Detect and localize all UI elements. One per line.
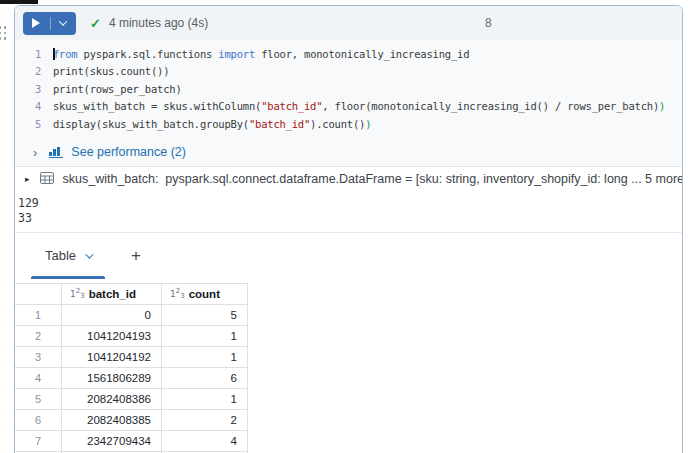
cell-count[interactable]: 6 xyxy=(162,368,248,389)
code-token: floor, monotonically_increasing_id xyxy=(255,48,469,60)
code-editor[interactable]: 1from pyspark.sql.functions import floor… xyxy=(15,40,682,139)
cell-batch-id[interactable]: 1561806289 xyxy=(62,368,162,389)
success-check-icon: ✓ xyxy=(90,16,101,31)
dataframe-variable-name: skus_with_batch: xyxy=(63,172,159,186)
line-number: 4 xyxy=(15,100,53,112)
code-token: print(rows_per_batch) xyxy=(53,83,182,95)
dataframe-expander-icon[interactable]: ▸ xyxy=(25,174,30,184)
play-icon xyxy=(32,18,40,28)
code-line-text: skus_with_batch = skus.withColumn("batch… xyxy=(53,100,682,112)
line-number: 5 xyxy=(15,118,53,130)
tab-chevron-down-icon[interactable] xyxy=(85,250,93,258)
code-token: skus_with_batch = skus.withColumn( xyxy=(53,100,261,112)
code-line-text: print(rows_per_batch) xyxy=(53,83,682,95)
code-token: print(skus.count()) xyxy=(53,65,169,77)
row-number: 2 xyxy=(15,326,62,347)
cell-count[interactable]: 4 xyxy=(162,431,248,452)
code-line[interactable]: 5display(skus_with_batch.groupBy("batch_… xyxy=(15,115,682,133)
results-panel: Table + 123batch_id123count1052104120419… xyxy=(15,232,682,453)
code-token: import xyxy=(218,48,255,60)
cell-count[interactable]: 2 xyxy=(162,410,248,431)
column-header-batch_id[interactable]: 123batch_id xyxy=(62,284,162,305)
code-token: , floor(monotonically_increasing_id() / … xyxy=(322,100,659,112)
cell-count[interactable]: 5 xyxy=(162,305,248,326)
row-number: 1 xyxy=(15,305,62,326)
cell-batch-id[interactable]: 2342709434 xyxy=(62,431,162,452)
line-number: 1 xyxy=(15,48,53,60)
add-visualization-button[interactable]: + xyxy=(131,246,141,266)
expand-chevron-right-icon[interactable]: › xyxy=(33,146,37,159)
row-number: 6 xyxy=(15,410,62,431)
stdout-line: 129 xyxy=(18,196,682,212)
last-run-status: 4 minutes ago (4s) xyxy=(109,16,208,30)
code-token: "batch_id" xyxy=(249,118,310,130)
cell-batch-id[interactable]: 1041204192 xyxy=(62,347,162,368)
dataframe-type-text: pyspark.sql.connect.dataframe.DataFrame … xyxy=(158,172,683,186)
code-token: "batch_id" xyxy=(261,100,322,112)
active-tab-indicator xyxy=(31,276,105,279)
bar-chart-icon xyxy=(49,146,63,158)
see-performance-row[interactable]: › See performance (2) xyxy=(15,139,682,167)
run-button-divider xyxy=(50,17,51,30)
run-options-chevron-down-icon[interactable] xyxy=(59,17,67,25)
row-number: 4 xyxy=(15,368,62,389)
row-number-column-header xyxy=(15,284,62,305)
result-table: 123batch_id123count105210412041931310412… xyxy=(15,283,248,453)
cell-drag-handle-icon[interactable] xyxy=(0,26,6,40)
cell-batch-id[interactable]: 2082408385 xyxy=(62,410,162,431)
code-token: ).count() xyxy=(310,118,365,130)
code-line[interactable]: 2print(skus.count()) xyxy=(15,63,682,81)
code-line-text: display(skus_with_batch.groupBy("batch_i… xyxy=(53,118,682,130)
cell-execution-number: 8 xyxy=(485,16,492,30)
stdout-line: 33 xyxy=(18,211,682,227)
browser-artifact-bar xyxy=(0,0,38,4)
cell-count[interactable]: 1 xyxy=(162,347,248,368)
cell-batch-id[interactable]: 1041204193 xyxy=(62,326,162,347)
code-token: ) xyxy=(365,118,371,130)
code-token: display(skus_with_batch.groupBy( xyxy=(53,118,249,130)
column-header-count[interactable]: 123count xyxy=(162,284,248,305)
tab-table-label: Table xyxy=(45,248,76,263)
notebook-cell: ✓ 4 minutes ago (4s) 8 1from pyspark.sql… xyxy=(14,5,683,453)
numeric-type-icon: 123 xyxy=(170,288,185,300)
row-number: 3 xyxy=(15,347,62,368)
results-tab-bar: Table + xyxy=(15,233,682,279)
code-token: pyspark.sql.functions xyxy=(78,48,219,60)
code-line[interactable]: 3print(rows_per_batch) xyxy=(15,80,682,98)
row-number: 5 xyxy=(15,389,62,410)
cell-count[interactable]: 1 xyxy=(162,389,248,410)
cell-batch-id[interactable]: 2082408386 xyxy=(62,389,162,410)
code-line-text: from pyspark.sql.functions import floor,… xyxy=(53,48,682,60)
line-number: 3 xyxy=(15,83,53,95)
notebook-page: { "colors":{"accent":"#3b6fb5","link":"#… xyxy=(0,0,691,453)
row-number: 7 xyxy=(15,431,62,452)
code-token: from xyxy=(53,48,78,60)
tab-table[interactable]: Table xyxy=(31,233,105,279)
code-token: ) xyxy=(659,100,665,112)
code-line[interactable]: 1from pyspark.sql.functions import floor… xyxy=(15,45,682,63)
cell-batch-id[interactable]: 0 xyxy=(62,305,162,326)
column-name: batch_id xyxy=(89,288,136,300)
see-performance-link[interactable]: See performance (2) xyxy=(71,145,186,159)
dataframe-summary-row[interactable]: ▸ skus_with_batch: pyspark.sql.connect.d… xyxy=(15,167,682,192)
line-number: 2 xyxy=(15,65,53,77)
stdout-output: 12933 xyxy=(15,192,682,227)
column-name: count xyxy=(189,288,220,300)
code-line-text: print(skus.count()) xyxy=(53,65,682,77)
cell-toolbar: ✓ 4 minutes ago (4s) 8 xyxy=(15,6,682,40)
numeric-type-icon: 123 xyxy=(70,288,85,300)
table-icon xyxy=(40,170,54,188)
code-line[interactable]: 4skus_with_batch = skus.withColumn("batc… xyxy=(15,98,682,116)
dataframe-description: skus_with_batch: pyspark.sql.connect.dat… xyxy=(63,172,683,186)
cell-count[interactable]: 1 xyxy=(162,326,248,347)
run-cell-button[interactable] xyxy=(23,12,76,35)
